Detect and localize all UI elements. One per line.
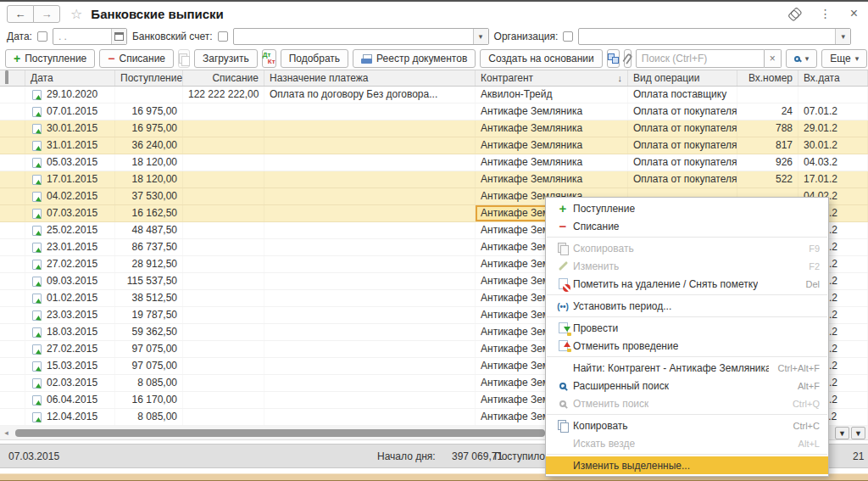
- writeoff-button[interactable]: − Списание: [99, 49, 174, 68]
- related-docs-button[interactable]: [607, 49, 620, 68]
- receipt-button[interactable]: + Поступление: [5, 49, 95, 68]
- header-expense[interactable]: Списание: [183, 70, 264, 86]
- header-contragent[interactable]: Контрагент ↓: [476, 70, 628, 86]
- org-filter-checkbox[interactable]: [563, 31, 573, 42]
- row-purpose-cell: [264, 409, 476, 425]
- header-operation[interactable]: Вид операции: [628, 70, 737, 86]
- favorite-star-icon[interactable]: ☆: [70, 6, 82, 22]
- header-in-date[interactable]: Вх.дата: [798, 70, 868, 86]
- table-row[interactable]: 05.03.2015 18 120,00 Антикафе Земляника …: [0, 154, 868, 171]
- account-dropdown-button[interactable]: ▾: [473, 29, 488, 44]
- context-menu-item[interactable]: Поступление: [546, 199, 828, 217]
- load-button-label: Загрузить: [203, 53, 249, 64]
- table-row[interactable]: 30.01.2015 16 975,00 Антикафе Земляника …: [0, 120, 868, 137]
- row-purpose-cell: [264, 324, 476, 340]
- posted-doc-icon: [32, 107, 42, 117]
- row-operation-cell: Оплата от покупателя: [628, 103, 737, 120]
- context-menu-item[interactable]: Пометить на удаление / Снять пометкуDel: [546, 275, 828, 293]
- table-row[interactable]: 17.01.2015 18 120,00 Антикафе Земляника …: [0, 171, 868, 188]
- context-menu-item[interactable]: Изменить выделенные...: [546, 456, 828, 474]
- menu-item-label: Отменить поиск: [573, 398, 648, 410]
- copy-doc-icon: [558, 243, 568, 254]
- scroll-page-down-button[interactable]: ▼: [835, 427, 849, 439]
- dtkt-button[interactable]: ДтКт: [262, 49, 276, 68]
- table-row[interactable]: 07.01.2015 16 975,00 Антикафе Земляника …: [0, 103, 868, 120]
- pick-button[interactable]: Подобрать: [281, 49, 348, 68]
- context-menu-item[interactable]: Расширенный поискAlt+F: [546, 377, 828, 394]
- nav-buttons: ← →: [7, 5, 60, 23]
- scroll-to-end-button[interactable]: ▼: [851, 427, 865, 439]
- account-filter-select[interactable]: ▾: [233, 28, 489, 45]
- date-filter-checkbox[interactable]: [37, 31, 47, 42]
- context-menu-item[interactable]: Найти: Контрагент - Антикафе ЗемляникаCt…: [546, 359, 828, 377]
- context-menu-item[interactable]: Списание: [546, 217, 828, 235]
- menu-separator: [547, 454, 827, 455]
- context-menu-item[interactable]: СкопироватьF9: [546, 239, 828, 257]
- row-expense-cell: [183, 171, 264, 187]
- scrollbar-thumb[interactable]: [15, 429, 545, 437]
- table-row[interactable]: 31.01.2015 36 240,00 Антикафе Земляника …: [0, 137, 868, 154]
- context-menu-item[interactable]: КопироватьCtrl+C: [546, 417, 828, 434]
- row-attach-cell: [0, 324, 25, 340]
- menu-item-label: Установить период...: [573, 300, 671, 312]
- row-expense-cell: [183, 137, 264, 154]
- row-date-cell: 06.04.2015: [25, 392, 115, 408]
- posted-doc-icon: [32, 158, 42, 168]
- registry-button[interactable]: Реестр документов: [353, 49, 476, 68]
- row-attach-cell: [0, 273, 25, 289]
- org-dropdown-button[interactable]: ▾: [835, 29, 850, 44]
- menu-kebab-icon[interactable]: ⋮: [820, 8, 832, 20]
- header-purpose[interactable]: Назначение платежа: [264, 70, 476, 86]
- context-menu-item[interactable]: Отменить проведение: [546, 337, 828, 355]
- org-filter-select[interactable]: ▾: [578, 28, 851, 45]
- header-attach[interactable]: [0, 70, 25, 86]
- row-in-number-cell: 24: [737, 103, 798, 120]
- posted-doc-icon: [32, 344, 42, 355]
- context-menu-item[interactable]: ИзменитьF2: [546, 257, 828, 275]
- date-filter-input[interactable]: . .: [53, 28, 127, 45]
- link-icon[interactable]: [787, 7, 802, 21]
- account-filter-checkbox[interactable]: [218, 31, 228, 42]
- row-date-cell: 05.03.2015: [25, 154, 115, 171]
- minus-icon: −: [108, 52, 114, 65]
- create-based-button[interactable]: Создать на основании: [480, 49, 603, 68]
- row-purpose-cell: [264, 358, 476, 374]
- scroll-left-button[interactable]: ◂: [0, 426, 13, 439]
- context-menu-item[interactable]: Искать вездеAlt+L: [546, 434, 828, 452]
- header-income[interactable]: Поступление: [115, 70, 183, 86]
- more-button[interactable]: Еще ▾: [821, 49, 867, 68]
- menu-item-shortcut: Del: [797, 279, 820, 289]
- row-income-cell: 8 085,00: [115, 409, 183, 425]
- printer-icon: [361, 54, 372, 64]
- menu-item-label: Провести: [573, 322, 618, 334]
- row-attach-cell: [0, 358, 25, 374]
- row-purpose-cell: [264, 239, 476, 255]
- posted-doc-icon: [32, 243, 42, 253]
- header-in-number[interactable]: Вх.номер: [737, 70, 798, 86]
- row-date-cell: 27.02.2015: [25, 341, 115, 357]
- menu-item-shortcut: Ctrl+C: [785, 421, 820, 431]
- forward-button[interactable]: →: [33, 5, 60, 23]
- search-input[interactable]: [636, 49, 765, 68]
- load-button[interactable]: Загрузить: [194, 49, 258, 68]
- context-menu-item[interactable]: Провести: [546, 319, 828, 337]
- context-menu-item[interactable]: Установить период...: [546, 297, 828, 315]
- posted-doc-icon: [32, 90, 42, 100]
- header-date[interactable]: Дата: [25, 70, 115, 86]
- menu-separator: [547, 237, 827, 238]
- menu-item-label: Расширенный поиск: [573, 380, 669, 392]
- search-dropdown-button[interactable]: ▾: [786, 49, 818, 68]
- table-row[interactable]: 29.10.2020 122 222 222,00 Оплата по дого…: [0, 87, 868, 103]
- menu-item-label: Изменить выделенные...: [573, 460, 690, 472]
- back-button[interactable]: ←: [7, 5, 34, 23]
- context-menu-item[interactable]: Отменить поискCtrl+Q: [546, 394, 828, 412]
- row-attach-cell: [0, 409, 25, 425]
- close-icon[interactable]: ×: [850, 7, 858, 20]
- status-current-date: 07.03.2015: [8, 450, 59, 462]
- calendar-button[interactable]: [111, 29, 126, 44]
- copy-document-button[interactable]: [178, 49, 190, 68]
- plus-icon: [559, 201, 567, 215]
- attachments-button[interactable]: [624, 49, 632, 68]
- menu-item-shortcut: Alt+F: [789, 381, 820, 391]
- search-clear-button[interactable]: ×: [765, 49, 782, 68]
